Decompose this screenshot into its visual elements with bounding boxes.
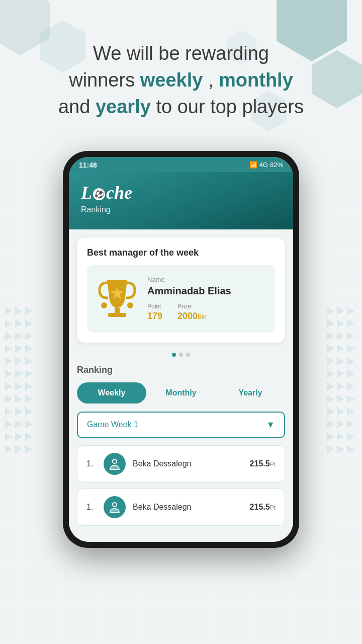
- player-points: 215.5Pt: [250, 503, 276, 512]
- hero-and: and: [58, 96, 96, 117]
- ranking-title: Ranking: [77, 365, 285, 375]
- prize-value: 2000Birr: [177, 311, 207, 321]
- ranking-tabs[interactable]: Weekly Monthly Yearly: [77, 382, 285, 404]
- winner-name: Amminadab Elias: [147, 285, 265, 297]
- status-icons: 📶 4G 82%: [249, 161, 283, 169]
- dot-2: [179, 353, 183, 357]
- dot-1: [172, 353, 176, 357]
- winner-card: Best manager of the week: [77, 237, 285, 343]
- tab-yearly[interactable]: Yearly: [216, 382, 285, 404]
- hero-comma: ,: [203, 69, 219, 91]
- winner-card-title: Best manager of the week: [87, 248, 275, 258]
- winner-prize: Prize 2000Birr: [177, 303, 207, 321]
- ranking-section: Ranking Weekly Monthly Yearly Game Week …: [77, 363, 285, 534]
- avatar: [104, 453, 126, 475]
- wifi-icon: 📶: [249, 161, 257, 169]
- hero-suffix: to our top players: [151, 96, 304, 117]
- tab-monthly[interactable]: Monthly: [146, 382, 216, 404]
- hero-winners-prefix: winners: [69, 69, 140, 91]
- svg-point-79: [112, 459, 114, 461]
- player-points: 215.5Pt: [250, 459, 276, 468]
- trophy-icon: [97, 275, 137, 323]
- winner-points: Point 179: [147, 303, 162, 321]
- status-bar: 11:48 📶 4G 82%: [69, 157, 293, 172]
- avatar: [104, 496, 126, 518]
- app-logo: L⚽che: [81, 182, 281, 203]
- point-label: Point: [147, 303, 162, 310]
- winner-content: Name Amminadab Elias Point 179 Prize: [87, 265, 275, 333]
- svg-point-82: [112, 503, 114, 504]
- app-header: L⚽che Ranking: [69, 172, 293, 229]
- phone-mockup: 11:48 📶 4G 82% L⚽che Ranking Best manage…: [0, 141, 362, 568]
- prize-label: Prize: [177, 303, 207, 310]
- hero-section: We will be rewarding winners weekly , mo…: [0, 0, 362, 141]
- winner-info: Name Amminadab Elias Point 179 Prize: [147, 276, 265, 321]
- winner-stats: Point 179 Prize 2000Birr: [147, 303, 265, 321]
- app-subtitle: Ranking: [81, 205, 281, 214]
- battery-text: 82%: [270, 161, 283, 169]
- hero-yearly: yearly: [96, 96, 151, 117]
- table-row: 1. Beka Dessalegn 21: [77, 445, 285, 482]
- player-name: Beka Dessalegn: [133, 503, 243, 512]
- hero-line1: We will be rewarding: [93, 43, 269, 64]
- phone-frame: 11:48 📶 4G 82% L⚽che Ranking Best manage…: [63, 151, 299, 548]
- svg-point-75: [101, 302, 107, 308]
- chevron-down-icon: ▼: [266, 420, 275, 430]
- hero-monthly: monthly: [219, 69, 293, 91]
- winner-name-label: Name: [147, 276, 265, 283]
- carousel-dots: [77, 353, 285, 357]
- prize-unit: Birr: [198, 313, 207, 320]
- signal-icon: 4G: [259, 161, 268, 169]
- svg-point-81: [113, 503, 116, 506]
- rank-number: 1.: [86, 503, 97, 512]
- hero-weekly: weekly: [140, 69, 203, 91]
- app-content: Best manager of the week: [69, 229, 293, 542]
- tab-weekly[interactable]: Weekly: [77, 382, 146, 404]
- dropdown-value: Game Week 1: [87, 420, 138, 429]
- svg-point-76: [127, 302, 133, 308]
- table-row: 1. Beka Dessalegn 21: [77, 489, 285, 526]
- point-value: 179: [147, 311, 162, 321]
- game-week-dropdown[interactable]: Game Week 1 ▼: [77, 412, 285, 438]
- phone-screen: 11:48 📶 4G 82% L⚽che Ranking Best manage…: [69, 157, 293, 542]
- dot-3: [186, 353, 190, 357]
- status-time: 11:48: [79, 161, 97, 169]
- svg-point-78: [113, 460, 116, 463]
- logo-icon: ⚽: [93, 188, 105, 200]
- player-name: Beka Dessalegn: [133, 459, 243, 468]
- rank-number: 1.: [86, 459, 97, 468]
- svg-rect-73: [115, 308, 120, 313]
- svg-rect-74: [108, 313, 126, 317]
